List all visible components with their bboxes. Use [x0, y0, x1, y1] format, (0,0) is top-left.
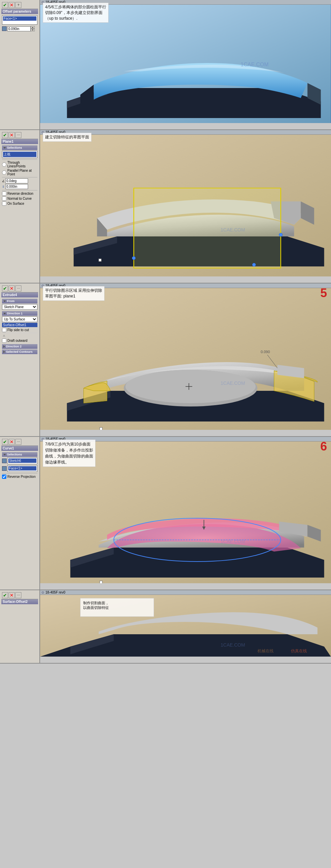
- svg-text:1CAE.COM: 1CAE.COM: [221, 642, 245, 648]
- selections-arrow-2: [3, 147, 6, 149]
- svg-text:1CAE.COM: 1CAE.COM: [221, 380, 245, 386]
- check-icon[interactable]: ✔: [2, 2, 8, 8]
- help-icon[interactable]: ?: [16, 2, 21, 8]
- contours-header-3[interactable]: Selected Contours: [2, 349, 37, 354]
- cad-view-3: 0.090 1CAE.COM: [40, 288, 331, 430]
- distance-row: ⇕: [2, 184, 37, 189]
- close-icon-3[interactable]: ✕: [9, 285, 15, 291]
- more-icon-4[interactable]: ⋯: [16, 439, 21, 445]
- more-icon-5[interactable]: ⋯: [16, 592, 21, 598]
- selections-content-2: 上视: [2, 151, 37, 158]
- reverse-proj-checkbox-4[interactable]: [2, 474, 6, 479]
- dir1-dropdown-3[interactable]: Up To Surface: [2, 316, 37, 322]
- sketch-listbox-4[interactable]: Sketch6: [7, 458, 37, 464]
- panel-content-1: Face<1> ▲ ▼: [1, 15, 38, 32]
- selections-listbox-2[interactable]: 上视: [2, 151, 37, 158]
- panel-title-2[interactable]: Plane1: [1, 139, 38, 144]
- annotation-text-2: 建立切除特征的草图平面: [45, 135, 89, 140]
- selections-listbox-item-2: 上视: [3, 152, 36, 157]
- annotation-text-1: 4/5/6三步将阀体的部分圆柱面平行切除0.09"，本步先建立切割界面（up t…: [45, 5, 106, 21]
- from-header-3[interactable]: From: [2, 299, 37, 304]
- viewport-1: ⊙ 18-405F rev0 4/5/6三步将阀体的部分圆柱面平行切除0.09"…: [40, 0, 331, 129]
- dir1-header-3[interactable]: Direction 1: [2, 311, 37, 316]
- annotation-4: 7/8/9三步均为第10步曲面切除做准备，本步作出投影曲线，为做曲面切除的曲面做…: [43, 439, 95, 467]
- spin-down[interactable]: ▼: [31, 29, 35, 31]
- distance-icon: ⇕: [2, 185, 5, 188]
- from-dropdown-3[interactable]: Sketch Plane: [2, 304, 37, 310]
- svg-point-10: [132, 256, 136, 260]
- close-icon-2[interactable]: ✕: [9, 132, 15, 138]
- on-surface-label: On Surface: [7, 202, 24, 206]
- through-lines-row: Through Lines/Points: [2, 161, 37, 168]
- on-surface-checkbox[interactable]: [2, 202, 6, 206]
- more-icon-3[interactable]: ⋯: [16, 285, 21, 291]
- sep-2c: [2, 190, 37, 190]
- parallel-plane-radio[interactable]: [2, 170, 6, 175]
- left-panel-1: ✔ ✕ ? Offset parameters Face<1> ▲ ▼: [0, 0, 40, 129]
- face-listbox-4[interactable]: Face<1>: [7, 465, 37, 472]
- distance-input[interactable]: [5, 184, 28, 189]
- annotation-text-3: 平行切除图示区域 采用拉伸切除草图平面: plane1: [45, 288, 102, 299]
- selections-header-2[interactable]: Selections: [2, 145, 37, 150]
- panel-content-3: From Sketch Plane Direction 1 Up To Surf…: [1, 298, 38, 355]
- step-number-4: 6: [320, 439, 327, 454]
- svg-text:1CAE.COM: 1CAE.COM: [241, 62, 269, 67]
- sketch-item-4: Sketch6: [8, 459, 36, 463]
- selections-content-4: Sketch6 Face<1>: [2, 458, 37, 472]
- angle-row: ∠: [2, 178, 37, 183]
- close-icon-5[interactable]: ✕: [9, 592, 15, 598]
- reverse-proj-row-4: Reverse Projection: [2, 474, 37, 479]
- check-icon-5[interactable]: ✔: [2, 592, 8, 598]
- panel-content-2: Selections 上视 Through Lines/Points Paral…: [1, 145, 38, 207]
- selections-header-4[interactable]: Selections: [2, 452, 37, 457]
- contours-label-3: Selected Contours: [6, 350, 33, 353]
- panel-title-1[interactable]: Offset parameters: [1, 9, 38, 14]
- step-number-3: 5: [320, 286, 327, 300]
- more-icon-2[interactable]: ⋯: [16, 132, 21, 138]
- check-icon-4[interactable]: ✔: [2, 439, 8, 445]
- left-panel-2: ✔ ✕ ⋯ Plane1 Selections 上视 Through: [0, 130, 40, 283]
- dir1-arrow-3: [3, 313, 6, 314]
- through-lines-radio[interactable]: [2, 162, 6, 167]
- close-icon[interactable]: ✕: [9, 2, 15, 8]
- normal-curve-row: Normal to Curve: [2, 196, 37, 201]
- offset-value-input[interactable]: [7, 26, 31, 31]
- annotation-3: 平行切除图示区域 采用拉伸切除草图平面: plane1: [43, 286, 105, 301]
- spin-up[interactable]: ▲: [31, 26, 35, 29]
- face-selection-group: Face<1>: [2, 16, 37, 25]
- angle-input[interactable]: [5, 178, 28, 183]
- contours-arrow-3: [3, 350, 5, 353]
- from-arrow-3: [3, 301, 6, 302]
- draft-outward-row-3: Draft outward: [2, 338, 37, 343]
- flip-side-label-3: Flip side to cut: [7, 328, 29, 332]
- empty-content-5: [2, 606, 37, 652]
- annotation-text-4: 7/8/9三步均为第10步曲面切除做准备，本步作出投影曲线，为做曲面切除的曲面做…: [45, 442, 93, 465]
- a-field-3: A: [2, 334, 37, 338]
- panel-title-5[interactable]: Surface-Offset2: [1, 599, 38, 604]
- dir2-header-3[interactable]: Direction 2: [2, 344, 37, 349]
- offset-icon: [2, 26, 7, 31]
- reverse-direction-checkbox[interactable]: [2, 191, 6, 196]
- check-icon-2[interactable]: ✔: [2, 132, 8, 138]
- face-listbox[interactable]: Face<1>: [2, 16, 37, 25]
- panel-title-4[interactable]: Curve1: [1, 446, 38, 451]
- dir2-arrow-3: [3, 345, 5, 348]
- normal-curve-checkbox[interactable]: [2, 196, 6, 201]
- toolbar-5: ✔ ✕ ⋯: [1, 592, 38, 599]
- reverse-proj-label-4: Reverse Projection: [7, 475, 35, 478]
- reverse-direction-row: Reverse direction: [2, 191, 37, 196]
- draft-outward-checkbox-3[interactable]: [2, 338, 6, 343]
- parallel-plane-label: Parallel Plane at Point: [7, 169, 37, 176]
- panel-content-5: [1, 605, 38, 653]
- flip-side-checkbox-3[interactable]: [2, 328, 6, 332]
- check-icon-3[interactable]: ✔: [2, 285, 8, 291]
- cad-view-2: 1CAE.COM: [40, 135, 331, 276]
- close-icon-4[interactable]: ✕: [9, 439, 15, 445]
- viewport-3: ⊙ 18-405F rev0 5 平行切除图示区域 采用拉伸切除草图平面: pl…: [40, 283, 331, 436]
- panel-title-label-1: Offset parameters: [3, 10, 31, 13]
- panel-title-3[interactable]: Extrude4: [1, 292, 38, 298]
- svg-point-9: [252, 263, 256, 267]
- panel-title-label-5: Surface-Offset2: [3, 600, 27, 603]
- from-content-3: Sketch Plane: [2, 304, 37, 310]
- svg-text:机械在线: 机械在线: [257, 649, 274, 653]
